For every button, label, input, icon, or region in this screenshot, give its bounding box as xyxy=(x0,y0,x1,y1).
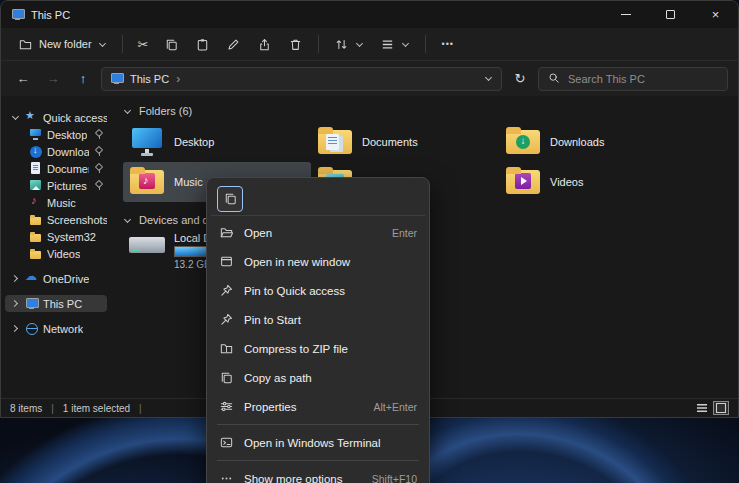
chevron-down-icon[interactable] xyxy=(123,216,132,225)
maximize-button[interactable] xyxy=(648,1,693,28)
videos-folder-icon xyxy=(505,167,541,197)
documents-icon xyxy=(29,162,42,175)
rename-icon xyxy=(226,37,241,52)
sidebar-item-documents[interactable]: Documents xyxy=(5,160,107,177)
folder-tile-downloads[interactable]: Downloads xyxy=(499,122,687,162)
copy-button[interactable] xyxy=(157,33,186,56)
pictures-icon xyxy=(29,179,42,192)
up-button[interactable]: ↑ xyxy=(71,67,95,91)
context-menu: Open Enter Open in new window Pin to Qui… xyxy=(206,177,430,483)
chevron-down-icon[interactable] xyxy=(123,107,132,116)
more-options-icon xyxy=(219,471,234,483)
minimize-button[interactable] xyxy=(603,1,648,28)
menu-item-label: Copy as path xyxy=(244,372,312,384)
refresh-button[interactable]: ↻ xyxy=(508,67,532,91)
properties-icon xyxy=(219,399,234,414)
sidebar-item-videos[interactable]: Videos xyxy=(5,245,107,262)
this-pc-icon xyxy=(110,72,123,85)
up-icon: ↑ xyxy=(80,71,87,86)
forward-button[interactable]: → xyxy=(41,67,65,91)
address-bar[interactable]: This PC › xyxy=(101,67,502,91)
details-view-button[interactable] xyxy=(694,401,710,415)
sidebar: Quick access Desktop Downloads Documents xyxy=(1,96,111,398)
sidebar-item-system32[interactable]: System32 xyxy=(5,228,107,245)
large-icons-view-button[interactable] xyxy=(713,401,729,415)
sidebar-item-label: OneDrive xyxy=(43,273,89,285)
command-toolbar: New folder ✂ ••• xyxy=(1,28,738,61)
sidebar-item-quick-access[interactable]: Quick access xyxy=(5,109,107,126)
sidebar-item-label: Desktop xyxy=(47,129,87,141)
terminal-icon xyxy=(219,435,234,450)
view-button[interactable] xyxy=(373,33,417,56)
address-dropdown-chevron[interactable] xyxy=(484,74,493,83)
sort-button[interactable] xyxy=(327,33,371,56)
context-copy-button[interactable] xyxy=(217,186,243,212)
close-button[interactable]: × xyxy=(693,1,738,28)
menu-item-label: Open xyxy=(244,227,272,239)
copy-path-icon xyxy=(219,370,234,385)
sidebar-item-label: Videos xyxy=(47,248,80,260)
pin-icon xyxy=(219,312,234,327)
sidebar-item-this-pc[interactable]: This PC xyxy=(5,295,107,312)
context-menu-item-open[interactable]: Open Enter xyxy=(211,218,425,247)
sidebar-item-onedrive[interactable]: OneDrive xyxy=(5,270,107,287)
minimize-icon xyxy=(621,14,631,15)
close-icon: × xyxy=(712,7,720,22)
music-folder-icon xyxy=(129,167,165,197)
cut-button[interactable]: ✂ xyxy=(131,34,156,55)
refresh-icon: ↻ xyxy=(515,71,526,86)
context-menu-item-properties[interactable]: Properties Alt+Enter xyxy=(211,392,425,421)
folder-tile-desktop[interactable]: Desktop xyxy=(123,122,311,162)
context-menu-item-pin-quick-access[interactable]: Pin to Quick access xyxy=(211,276,425,305)
context-menu-item-pin-start[interactable]: Pin to Start xyxy=(211,305,425,334)
paste-icon xyxy=(195,37,210,52)
copy-icon xyxy=(164,37,179,52)
delete-button[interactable] xyxy=(281,33,310,56)
desktop-icon xyxy=(29,128,42,141)
folder-name: Desktop xyxy=(174,136,214,148)
context-menu-item-open-terminal[interactable]: Open in Windows Terminal xyxy=(211,428,425,457)
copy-icon xyxy=(223,191,238,206)
sidebar-item-downloads[interactable]: Downloads xyxy=(5,143,107,160)
section-folders[interactable]: Folders (6) xyxy=(123,102,738,120)
search-box[interactable] xyxy=(538,67,728,91)
folder-tile-documents[interactable]: Documents xyxy=(311,122,499,162)
menu-item-label: Open in new window xyxy=(244,256,350,268)
context-menu-item-compress-zip[interactable]: Compress to ZIP file xyxy=(211,334,425,363)
context-menu-item-copy-as-path[interactable]: Copy as path xyxy=(211,363,425,392)
delete-icon xyxy=(288,37,303,52)
paste-button[interactable] xyxy=(188,33,217,56)
sidebar-item-pictures[interactable]: Pictures xyxy=(5,177,107,194)
onedrive-icon xyxy=(25,272,38,285)
folder-tile-videos[interactable]: Videos xyxy=(499,162,687,202)
new-folder-button[interactable]: New folder xyxy=(11,33,114,56)
chevron-down-icon[interactable] xyxy=(11,113,20,122)
pin-icon xyxy=(94,146,103,157)
chevron-right-icon[interactable] xyxy=(11,324,20,333)
sidebar-item-network[interactable]: Network xyxy=(5,320,107,337)
chevron-right-icon[interactable] xyxy=(11,274,20,283)
back-icon: ← xyxy=(17,71,30,86)
sidebar-item-screenshots[interactable]: Screenshots xyxy=(5,211,107,228)
navigation-bar: ← → ↑ This PC › ↻ xyxy=(1,61,738,96)
folder-icon xyxy=(29,213,42,226)
context-menu-item-show-more-options[interactable]: Show more options Shift+F10 xyxy=(211,464,425,483)
zip-icon xyxy=(219,341,234,356)
breadcrumb-this-pc[interactable]: This PC xyxy=(130,73,169,85)
back-button[interactable]: ← xyxy=(11,67,35,91)
sidebar-item-label: This PC xyxy=(43,298,82,310)
open-icon xyxy=(219,225,234,240)
sidebar-item-music[interactable]: Music xyxy=(5,194,107,211)
sidebar-item-desktop[interactable]: Desktop xyxy=(5,126,107,143)
search-input[interactable] xyxy=(568,73,719,85)
folder-name: Music xyxy=(174,176,203,188)
menu-item-label: Pin to Start xyxy=(244,314,301,326)
titlebar[interactable]: This PC × xyxy=(1,1,738,28)
more-options-button[interactable]: ••• xyxy=(434,35,460,53)
share-button[interactable] xyxy=(250,33,279,56)
menu-separator xyxy=(217,424,419,425)
context-menu-item-open-new-window[interactable]: Open in new window xyxy=(211,247,425,276)
rename-button[interactable] xyxy=(219,33,248,56)
chevron-right-icon[interactable] xyxy=(11,299,20,308)
sidebar-item-label: Documents xyxy=(47,163,89,175)
